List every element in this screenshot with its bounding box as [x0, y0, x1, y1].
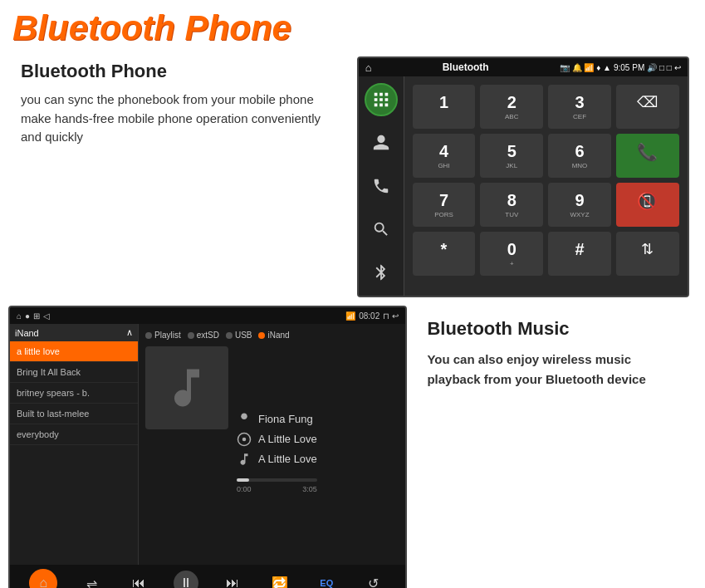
key-6[interactable]: 6 MNO	[548, 134, 611, 178]
status-time: 9:05 PM	[614, 63, 644, 72]
progress-total: 3:05	[302, 485, 317, 493]
music-back-btn[interactable]: ↺	[361, 571, 386, 588]
music-circle-icon: ●	[25, 311, 30, 321]
music-time: 08:02	[359, 311, 379, 321]
phone-info-section: Bluetooth Phone you can sync the phonebo…	[8, 52, 353, 301]
status-right: 📷 🔔 📶 ♦ ▲ 9:05 PM 🔊 □ □ ↩	[560, 63, 681, 72]
key-2[interactable]: 2 ABC	[480, 85, 543, 129]
status-battery-area: 🔊 □ □ ↩	[647, 63, 680, 72]
playlist-item-3[interactable]: britney spears - b.	[10, 383, 138, 404]
key-8[interactable]: 8 TUV	[480, 183, 543, 227]
music-home-icon: ⌂	[17, 311, 22, 321]
key-3[interactable]: 3 CEF	[548, 85, 611, 129]
key-star[interactable]: *	[413, 232, 476, 276]
playlist-title: iNand	[15, 328, 39, 338]
album-art-icon	[162, 363, 212, 413]
bt-phone-desc: you can sync the phonebook from your mob…	[21, 91, 340, 147]
music-status-right: 📶 08:02 ⊓ ↩	[345, 311, 399, 321]
dialpad-row-1: 1 2 ABC 3 CEF ⌫	[413, 85, 679, 129]
key-7[interactable]: 7 PORS	[413, 183, 476, 227]
music-body: iNand ∧ a little love Bring It All Back …	[10, 324, 405, 565]
music-controls: ⌂ ⇌ ⏮ ⏸ ⏭ 🔁 EQ ↺	[10, 565, 405, 588]
key-backspace[interactable]: ⌫	[616, 85, 679, 129]
source-playlist[interactable]: Playlist	[145, 331, 181, 340]
status-icons: 📷 🔔 📶 ♦ ▲	[560, 63, 611, 72]
key-9[interactable]: 9 WXYZ	[548, 183, 611, 227]
key-4[interactable]: 4 GHI	[413, 134, 476, 178]
music-statusbar: ⌂ ● ⊞ ◁ 📶 08:02 ⊓ ↩	[10, 307, 405, 324]
nav-search[interactable]	[365, 213, 398, 246]
progress-fill	[237, 478, 249, 482]
nav-dialpad[interactable]	[365, 83, 398, 116]
playlist-chevron: ∧	[126, 327, 133, 338]
album-icon	[237, 432, 252, 447]
source-usb[interactable]: USB	[226, 331, 252, 340]
bt-music-heading: Bluetooth Music	[427, 318, 684, 340]
key-call[interactable]: 📞	[616, 134, 679, 178]
track-album: A Little Love	[258, 433, 317, 445]
playlist-item-5[interactable]: everybody	[10, 424, 138, 445]
key-end-call[interactable]: 📵	[616, 183, 679, 227]
music-shuffle-btn[interactable]: ⇌	[80, 571, 105, 588]
music-signal-icon: 📶	[345, 311, 355, 321]
bt-phone-heading: Bluetooth Phone	[21, 61, 340, 82]
title-text-bluetooth: Bluetooth Phone	[12, 8, 291, 47]
music-progress: 0:00 3:05	[237, 478, 317, 493]
source-dot-playlist	[145, 332, 152, 339]
track-info: Fiona Fung A Little Love	[237, 346, 317, 558]
music-battery-icon: ⊓ ↩	[383, 311, 399, 321]
music-next-btn[interactable]: ⏭	[220, 571, 245, 588]
status-app-name: Bluetooth	[375, 61, 556, 73]
progress-times: 0:00 3:05	[237, 485, 317, 493]
key-sort[interactable]: ⇅	[616, 232, 679, 276]
main-title: Bluetooth Phone	[0, 0, 705, 52]
source-extsd[interactable]: extSD	[188, 331, 219, 340]
music-main-area: Playlist extSD USB iNand	[139, 324, 405, 565]
album-art	[145, 346, 228, 429]
source-dot-inand	[258, 332, 265, 339]
end-call-icon: 📵	[637, 191, 658, 211]
nav-contacts[interactable]	[365, 126, 398, 159]
music-eq-btn[interactable]: EQ	[314, 571, 339, 588]
music-prev-btn[interactable]: ⏮	[126, 571, 151, 588]
music-source-bar: Playlist extSD USB iNand	[145, 331, 399, 340]
progress-current: 0:00	[237, 485, 252, 493]
note-icon	[237, 452, 252, 467]
music-settings-icon: ⊞	[33, 311, 40, 321]
nav-call-log[interactable]	[365, 169, 398, 203]
bt-music-desc: You can also enjoy wireless music playba…	[427, 350, 684, 390]
phone-screen: ⌂ Bluetooth 📷 🔔 📶 ♦ ▲ 9:05 PM 🔊 □ □ ↩	[357, 56, 689, 297]
playlist-header: iNand ∧	[10, 324, 138, 341]
key-1[interactable]: 1	[413, 85, 476, 129]
source-inand[interactable]: iNand	[258, 331, 289, 340]
dialpad-row-3: 7 PORS 8 TUV 9 WXYZ 📵	[413, 183, 679, 227]
phone-statusbar: ⌂ Bluetooth 📷 🔔 📶 ♦ ▲ 9:05 PM 🔊 □ □ ↩	[359, 58, 688, 76]
dialpad-row-4: * 0 + # ⇅	[413, 232, 679, 276]
source-dot-extsd	[188, 332, 194, 339]
artist-icon	[237, 412, 252, 427]
nav-bluetooth[interactable]	[365, 256, 398, 289]
playlist-item-2[interactable]: Bring It All Back	[10, 362, 138, 383]
playlist-item-1[interactable]: a little love	[10, 341, 138, 362]
music-arrow-icon: ◁	[43, 311, 50, 321]
music-content: Fiona Fung A Little Love	[145, 346, 399, 558]
music-home-btn[interactable]: ⌂	[29, 569, 57, 588]
track-title-row: A Little Love	[237, 452, 317, 467]
playlist-item-4[interactable]: Built to last-melee	[10, 404, 138, 424]
key-hash[interactable]: #	[548, 232, 611, 276]
key-5[interactable]: 5 JKL	[480, 134, 543, 178]
track-artist: Fiona Fung	[258, 413, 313, 425]
key-0[interactable]: 0 +	[480, 232, 543, 276]
music-repeat-btn[interactable]: 🔁	[267, 571, 292, 588]
playlist-sidebar: iNand ∧ a little love Bring It All Back …	[10, 324, 139, 565]
progress-bar[interactable]	[237, 478, 317, 482]
music-screen: ⌂ ● ⊞ ◁ 📶 08:02 ⊓ ↩ iNand ∧ a li	[8, 306, 407, 588]
source-dot-usb	[226, 332, 233, 339]
phone-screen-section: ⌂ Bluetooth 📷 🔔 📶 ♦ ▲ 9:05 PM 🔊 □ □ ↩	[353, 52, 697, 301]
track-title: A Little Love	[258, 453, 317, 465]
bt-music-section: Bluetooth Music You can also enjoy wirel…	[414, 306, 697, 588]
music-play-btn[interactable]: ⏸	[174, 571, 198, 588]
dialpad-row-2: 4 GHI 5 JKL 6 MNO 📞	[413, 134, 679, 178]
home-icon-status: ⌂	[365, 61, 372, 74]
phone-body: 1 2 ABC 3 CEF ⌫	[359, 76, 688, 296]
